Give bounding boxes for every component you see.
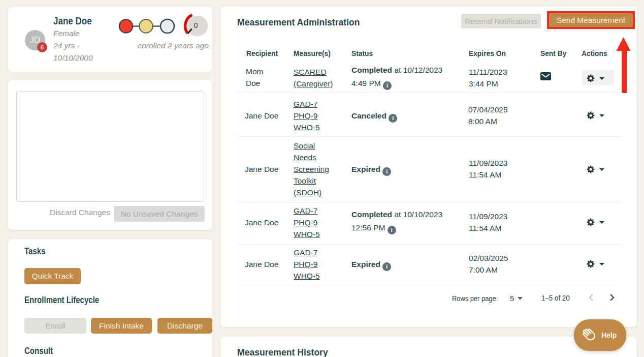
svg-text:0: 0: [194, 21, 198, 29]
